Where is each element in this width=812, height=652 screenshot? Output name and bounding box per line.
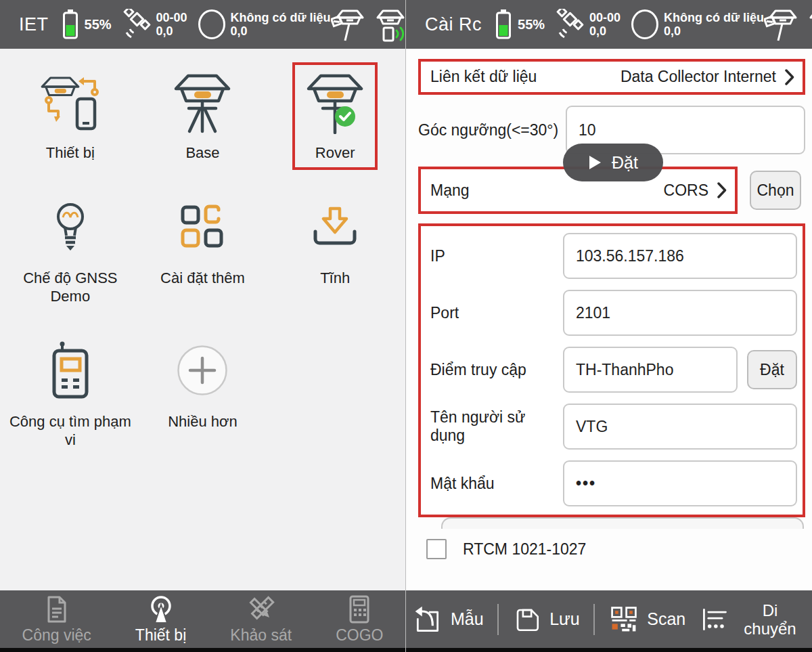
ip-input[interactable]: 103.56.157.186 — [563, 233, 797, 279]
menu-label: Chế độ GNSS Demo — [8, 269, 133, 305]
menu-label: Tĩnh — [320, 269, 350, 287]
rtcm-row: RTCM 1021-1027 — [418, 539, 805, 559]
port-input[interactable]: 2101 — [563, 290, 797, 336]
solution-status: Không có dữ liệu 0,0 — [630, 8, 764, 41]
partial-button-peek[interactable] — [441, 517, 804, 529]
plus-circle-icon — [176, 344, 229, 397]
set-toast[interactable]: Đặt — [563, 144, 663, 181]
nav-label: Công việc — [22, 626, 91, 645]
panel-device-menu: IET 55% — [0, 0, 406, 652]
set-mount-point-button[interactable]: Đặt — [747, 350, 797, 389]
handheld-radio-icon — [46, 341, 95, 400]
receiver-datalink-icon[interactable] — [374, 7, 407, 42]
nav-label: Thiết bị — [135, 626, 186, 645]
chevron-right-icon — [717, 182, 727, 198]
toolbar-scan-button[interactable]: Scan — [609, 605, 685, 634]
receiver-datalink-icon[interactable] — [807, 7, 812, 42]
rtcm-label: RTCM 1021-1027 — [463, 540, 586, 559]
username-input[interactable]: VTG — [563, 404, 797, 450]
toolbar-label: Scan — [647, 609, 685, 629]
receiver-pole-icon[interactable] — [764, 7, 798, 42]
satellite-status: 00-00 0,0 — [121, 9, 187, 40]
battery-icon — [61, 9, 80, 40]
document-icon — [42, 594, 72, 624]
right-status-bar: Cài Rc 55% — [406, 0, 812, 49]
nav-tab-thiet-bi[interactable]: Thiết bị — [135, 594, 186, 645]
solution-text: Không có dữ liệu — [231, 11, 331, 24]
app-title: IET — [19, 14, 49, 35]
status-circle-icon — [197, 8, 227, 41]
satellite-values: 0,0 — [156, 24, 187, 38]
save-icon — [513, 605, 541, 634]
left-bottom-nav: Công việc Thiết bị — [0, 590, 405, 652]
username-label: Tên người sử dụng — [426, 408, 563, 445]
toolbar-divider — [593, 604, 595, 635]
panel-rover-settings: Cài Rc 55% — [406, 0, 812, 652]
move-list-icon — [700, 605, 729, 634]
satellite-status: 00-00 0,0 — [554, 9, 621, 40]
password-label: Mật khẩu — [426, 475, 563, 493]
left-status-bar: IET 55% — [0, 0, 405, 49]
battery-percent: 55% — [85, 17, 112, 32]
menu-label: Base — [185, 144, 219, 162]
calculator-icon — [344, 594, 374, 624]
data-link-value: Data Collector Internet — [621, 68, 776, 86]
port-label: Port — [426, 304, 563, 322]
broadcast-icon — [145, 594, 177, 624]
menu-label: Nhiều hơn — [168, 412, 238, 431]
network-label: Mạng — [430, 181, 664, 200]
qr-scan-icon — [609, 605, 639, 634]
menu-item-nhieu-hon[interactable]: Nhiều hơn — [139, 334, 266, 454]
data-link-label: Liên kết dữ liệu — [430, 68, 621, 86]
device-menu-grid: Thiết bị Base — [4, 65, 401, 454]
network-value: CORS — [664, 181, 708, 200]
ntrip-settings-group: IP 103.56.157.186 Port 2101 Điểm truy cậ… — [418, 223, 805, 517]
toolbar-luu-button[interactable]: Lưu — [513, 605, 580, 634]
satellite-count: 00-00 — [589, 11, 621, 24]
toolbar-label: Lưu — [549, 609, 580, 629]
menu-item-gnss-demo[interactable]: Chế độ GNSS Demo — [7, 190, 134, 311]
nav-tab-cong-viec[interactable]: Công việc — [22, 594, 91, 645]
mount-point-label: Điểm truy cập — [426, 361, 563, 379]
data-link-row[interactable]: Liên kết dữ liệu Data Collector Internet — [418, 59, 805, 95]
menu-item-cai-dat-them[interactable]: Cài đặt thêm — [139, 190, 266, 311]
nav-label: COGO — [336, 626, 383, 645]
nav-tab-khao-sat[interactable]: Khảo sát — [230, 594, 292, 645]
device-menu-content: Thiết bị Base — [0, 49, 405, 590]
solution-status: Không có dữ liệu 0,0 — [197, 8, 331, 41]
satellite-count: 00-00 — [156, 11, 187, 24]
satellite-icon — [121, 9, 152, 40]
username-row: Tên người sử dụng VTG — [426, 404, 797, 450]
menu-item-thiet-bi[interactable]: Thiết bị — [7, 65, 134, 167]
device-link-icon — [39, 70, 102, 133]
mount-point-input[interactable]: TH-ThanhPho — [563, 347, 738, 393]
nav-tab-cogo[interactable]: COGO — [336, 594, 383, 645]
receiver-pole-icon[interactable] — [331, 7, 365, 42]
rtcm-checkbox[interactable] — [426, 539, 447, 559]
toolbar-mau-button[interactable]: Mẫu — [413, 604, 484, 635]
toolbar-label: Mẫu — [451, 609, 484, 629]
play-icon — [588, 155, 602, 170]
toolbar-divider — [497, 604, 499, 635]
rover-settings-form: Liên kết dữ liệu Data Collector Internet… — [406, 49, 812, 590]
solution-text: Không có dữ liệu — [664, 11, 764, 24]
toolbar-di-chuyen-button[interactable]: Di chuyển — [700, 601, 803, 638]
lightbulb-icon — [49, 198, 92, 255]
menu-item-tinh[interactable]: Tĩnh — [271, 190, 399, 311]
menu-label: Thiết bị — [46, 144, 95, 162]
page-title: Cài Rc — [425, 14, 482, 35]
battery-status: 55% — [494, 9, 545, 40]
elevation-mask-label: Góc ngưỡng(<=30°) — [418, 121, 566, 139]
toolbar-label: Di chuyển — [738, 601, 803, 638]
menu-item-range-tool[interactable]: Công cụ tìm phạm vi — [7, 334, 134, 454]
ip-row: IP 103.56.157.186 — [426, 233, 797, 279]
menu-item-base[interactable]: Base — [139, 65, 266, 167]
rover-receiver-icon — [304, 69, 366, 134]
menu-item-rover[interactable]: Rover — [292, 62, 378, 170]
password-input[interactable]: ••• — [563, 460, 797, 506]
battery-status: 55% — [61, 9, 112, 40]
satellite-values: 0,0 — [589, 24, 621, 38]
base-receiver-icon — [171, 69, 233, 134]
choose-network-button[interactable]: Chọn — [750, 171, 801, 210]
status-circle-icon — [630, 8, 660, 41]
